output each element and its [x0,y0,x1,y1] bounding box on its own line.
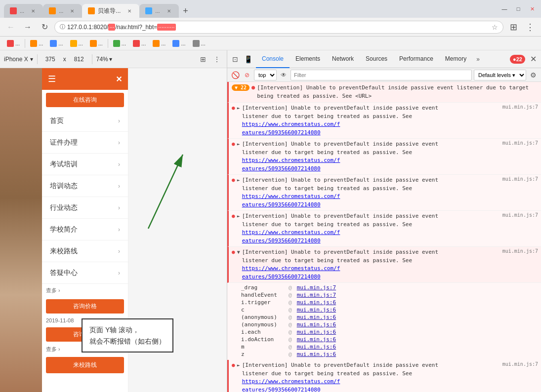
console-output[interactable]: ▼ 22 ● [Intervention] Unable to preventD… [227,82,541,392]
extensions-button[interactable]: ⊞ [506,20,520,34]
nav-item-industry[interactable]: 行业动态› [42,197,128,219]
bookmark-10[interactable]: ... [190,38,208,49]
stack-loc-2[interactable]: mui.min.js:7 [297,292,336,298]
reload-button[interactable]: ↻ [38,20,51,34]
log-3-expand[interactable]: ► [237,177,240,183]
height-input[interactable] [70,56,88,63]
bookmark-9[interactable]: ... [169,38,188,49]
more-link[interactable]: 查多 › [42,284,128,297]
tab-4[interactable]: ... ✕ [139,4,178,18]
nav-item-exam[interactable]: 考试培训› [42,154,128,175]
log-1-expand[interactable]: ► [237,105,240,111]
log-2-link[interactable]: https://www.chromestatus.com/features/50… [242,157,340,172]
online-consult-button[interactable]: 在线咨询 [46,93,124,107]
bm-10-favicon [193,40,200,47]
back-button[interactable]: ← [4,20,18,34]
consult-price-1[interactable]: 咨询价格 [46,299,124,314]
stack-loc-10[interactable]: mui.min.js:6 [297,351,336,357]
tab-4-close[interactable]: ✕ [165,7,173,15]
stack-loc-8[interactable]: mui.min.js:6 [297,336,336,343]
device-selector[interactable]: iPhone X ▾ [4,56,33,63]
log-2-source[interactable]: mui.min.js:7 [502,140,538,146]
nav-item-about[interactable]: 学校简介› [42,219,128,240]
console-filter-icon[interactable]: ⊘ [242,70,252,80]
forward-button[interactable]: → [21,20,35,34]
tab-console[interactable]: Console [256,50,290,68]
width-input[interactable] [42,56,59,63]
nav-item-training[interactable]: 培训动态› [42,175,128,197]
log-3-link[interactable]: https://www.chromestatus.com/features/50… [242,193,340,208]
bm-8-favicon [153,40,160,47]
device-toggle-icon[interactable]: 📱 [242,53,254,65]
eye-icon[interactable]: 👁 [279,70,289,80]
nav-item-qa[interactable]: 答疑中心› [42,262,128,284]
tab-performance[interactable]: Performance [393,50,439,68]
bookmark-star-icon[interactable]: ☆ [492,23,498,31]
tab-1[interactable]: ... ✕ [4,4,43,18]
tab-3-close[interactable]: ✕ [125,7,133,15]
inspect-element-icon[interactable]: ⊡ [229,53,241,65]
tab-network[interactable]: Network [326,50,360,68]
bookmark-2[interactable]: ... [27,38,46,49]
log-entry-2: ● ► [Intervention] Unable to preventDefa… [227,139,541,175]
tab-sources[interactable]: Sources [360,50,393,68]
bookmark-1[interactable]: ... [4,38,23,49]
tab-1-close[interactable]: ✕ [29,7,37,15]
nav-close-button[interactable]: ✕ [116,75,122,84]
stack-loc-4[interactable]: mui.min.js:6 [297,307,336,313]
settings-icon[interactable]: ⚙ [528,70,538,80]
stack-loc-6[interactable]: mui.min.js:6 [297,321,336,328]
tab-2-close[interactable]: ✕ [68,7,76,15]
log-4-text: [Intervention] Unable to preventDefault … [242,212,499,245]
log-4-source[interactable]: mui.min.js:7 [502,212,538,218]
bookmark-4[interactable]: ... [67,38,86,49]
log-6-expand[interactable]: ► [237,362,240,368]
minimize-button[interactable]: — [499,4,509,14]
stack-loc-7[interactable]: mui.min.js:6 [297,329,336,335]
tab-3-active[interactable]: 贝谁导... ✕ [82,4,139,18]
new-tab-button[interactable]: + [179,4,193,18]
rotate-icon[interactable]: ⊞ [197,53,209,65]
log-5-link[interactable]: https://www.chromestatus.com/features/50… [242,265,340,280]
tab-elements[interactable]: Elements [290,50,326,68]
stack-loc-9[interactable]: mui.min.js:6 [297,344,336,350]
bookmark-6[interactable]: ... [110,38,129,49]
stack-loc-5[interactable]: mui.min.js:6 [297,314,336,320]
close-button[interactable]: ✕ [527,4,537,14]
log-5-source[interactable]: mui.min.js:7 [502,248,538,254]
log-1-link[interactable]: https://www.chromestatus.com/features/50… [242,121,340,136]
maximize-button[interactable]: □ [513,4,523,14]
nav-item-route[interactable]: 来校路线› [42,240,128,262]
zoom-selector[interactable]: 74% ▾ [96,56,112,63]
address-bar[interactable]: ⓘ 127.0.0.1:8020/···/nav.html?_hbt=·····… [54,21,503,34]
filter-input[interactable] [291,70,472,80]
bottom-nav-button[interactable]: 来校路线 [46,357,124,373]
stack-loc-1[interactable]: mui.min.js:7 [297,284,336,291]
nav-item-cert[interactable]: 证件办理› [42,132,128,154]
log-4-link[interactable]: https://www.chromestatus.com/features/50… [242,229,340,244]
bookmark-3[interactable]: ... [47,38,66,49]
error-count-badge[interactable]: ● 22 [510,55,525,64]
log-5-expand[interactable]: ▼ [237,249,240,255]
log-1-source[interactable]: mui.min.js:7 [502,104,538,110]
bookmark-5[interactable]: ... [87,38,106,49]
devtools-more-button[interactable]: » [472,56,484,63]
bookmark-8[interactable]: ... [150,38,168,49]
log-3-source[interactable]: mui.min.js:7 [502,176,538,182]
log-4-expand[interactable]: ► [237,213,240,219]
log-2-expand[interactable]: ► [237,141,240,147]
bm-3-favicon [50,40,57,47]
tab-memory[interactable]: Memory [439,50,472,68]
nav-item-home[interactable]: 首页› [42,110,128,132]
devtools-close-button[interactable]: ✕ [527,53,539,65]
context-selector[interactable]: top [254,70,277,80]
bookmark-7[interactable]: ... [130,38,149,49]
log-6-source[interactable]: mui.min.js:7 [502,361,538,367]
stack-loc-3[interactable]: mui.min.js:6 [297,299,336,306]
log-6-link[interactable]: https://www.chromestatus.com/features/50… [242,378,340,392]
levels-selector[interactable]: Default levels ▾ [474,70,526,80]
clear-console-button[interactable]: 🚫 [230,70,240,80]
tab-2[interactable]: ... ✕ [43,4,82,18]
more-icon[interactable]: ⋮ [211,53,223,65]
menu-button[interactable]: ⋮ [523,20,537,34]
